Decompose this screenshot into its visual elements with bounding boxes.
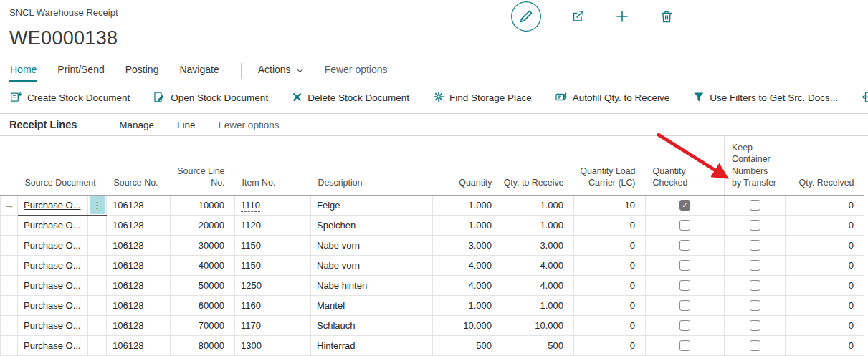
row-selector-cell[interactable] bbox=[1, 315, 18, 335]
source-line-no-cell[interactable]: 70000 bbox=[171, 315, 235, 335]
tab-navigate[interactable]: Navigate bbox=[178, 64, 219, 82]
keep-container-cell[interactable] bbox=[725, 215, 786, 235]
source-document-cell[interactable]: Purchase O... bbox=[18, 315, 88, 335]
table-row[interactable]: Purchase O...106128700001170Schlauch10.0… bbox=[1, 315, 864, 335]
quantity-checked-cell[interactable] bbox=[646, 255, 725, 275]
source-document-link[interactable]: Purchase O... bbox=[24, 320, 80, 331]
source-line-no-cell[interactable]: 50000 bbox=[171, 275, 235, 295]
item-no-cell[interactable]: 1160 bbox=[235, 295, 311, 315]
open-stock-document-button[interactable]: Open Stock Document bbox=[153, 91, 268, 105]
description-cell[interactable]: Nabe vorn bbox=[311, 255, 433, 275]
keep-container-cell[interactable] bbox=[725, 235, 786, 255]
qty-load-carrier-cell[interactable]: 0 bbox=[574, 295, 646, 315]
source-no-cell[interactable]: 106128 bbox=[107, 215, 171, 235]
qty-to-receive-cell[interactable]: 1.000 bbox=[502, 295, 574, 315]
lines-fewer-options[interactable]: Fewer options bbox=[219, 120, 280, 130]
quantity-checked-checkbox[interactable] bbox=[679, 240, 690, 251]
row-selector-cell[interactable] bbox=[1, 335, 18, 355]
col-keep-container-numbers[interactable]: Keep Container Numbers by Transfer bbox=[725, 136, 786, 195]
qty-load-carrier-cell[interactable]: 0 bbox=[574, 275, 646, 295]
source-document-cell[interactable]: Purchase O... bbox=[18, 255, 88, 275]
source-document-cell[interactable]: Purchase O... bbox=[18, 335, 88, 355]
quantity-checked-checkbox[interactable] bbox=[679, 300, 690, 311]
item-no-cell[interactable]: 1170 bbox=[235, 315, 311, 335]
item-no-link[interactable]: 1150 bbox=[241, 240, 261, 251]
item-no-cell[interactable]: 1300 bbox=[235, 335, 311, 355]
col-description[interactable]: Description bbox=[311, 136, 433, 195]
row-selector-cell[interactable] bbox=[1, 215, 18, 235]
source-no-cell[interactable]: 106128 bbox=[107, 315, 171, 335]
item-no-link[interactable]: 1170 bbox=[241, 320, 261, 331]
use-filters-button[interactable]: Use Filters to Get Src. Docs... bbox=[693, 92, 838, 105]
col-source-document[interactable]: Source Document bbox=[18, 136, 107, 195]
keep-container-cell[interactable] bbox=[725, 315, 786, 335]
row-menu-cell[interactable] bbox=[88, 235, 107, 255]
source-document-cell[interactable]: Purchase O... bbox=[18, 275, 88, 295]
keep-container-cell[interactable] bbox=[725, 275, 786, 295]
source-line-no-cell[interactable]: 60000 bbox=[171, 295, 235, 315]
quantity-cell[interactable]: 1.000 bbox=[433, 295, 502, 315]
source-line-no-cell[interactable]: 20000 bbox=[171, 215, 235, 235]
item-no-link[interactable]: 1150 bbox=[241, 260, 261, 271]
qty-received-cell[interactable]: 0 bbox=[786, 295, 864, 315]
keep-container-cell[interactable] bbox=[725, 335, 786, 355]
table-row[interactable]: Purchase O...106128800001300Hinterrad500… bbox=[1, 335, 864, 355]
qty-received-cell[interactable]: 0 bbox=[786, 255, 864, 275]
quantity-cell[interactable]: 4.000 bbox=[433, 255, 502, 275]
autofill-qty-button[interactable]: Autofill Qty. to Receive bbox=[555, 91, 670, 105]
item-no-cell[interactable]: 1150 bbox=[235, 235, 311, 255]
table-row[interactable]: Purchase O...106128300001150Nabe vorn3.0… bbox=[1, 235, 864, 255]
quantity-cell[interactable]: 3.000 bbox=[433, 235, 502, 255]
col-qty-to-receive[interactable]: Qty. to Receive bbox=[502, 136, 574, 195]
qty-to-receive-cell[interactable]: 3.000 bbox=[502, 235, 574, 255]
lines-menu-manage[interactable]: Manage bbox=[119, 120, 154, 130]
keep-container-cell[interactable] bbox=[725, 295, 786, 315]
source-document-cell[interactable]: Purchase O... bbox=[18, 295, 88, 315]
source-document-cell[interactable]: Purchase O... bbox=[18, 195, 88, 215]
item-no-cell[interactable]: 1250 bbox=[235, 275, 311, 295]
keep-container-checkbox[interactable] bbox=[750, 300, 760, 311]
source-line-no-cell[interactable]: 30000 bbox=[171, 235, 235, 255]
keep-container-checkbox[interactable] bbox=[750, 200, 760, 211]
qty-load-carrier-cell[interactable]: 0 bbox=[574, 335, 646, 355]
keep-container-checkbox[interactable] bbox=[750, 260, 760, 271]
source-no-cell[interactable]: 106128 bbox=[107, 235, 171, 255]
tab-posting[interactable]: Posting bbox=[125, 64, 160, 82]
qty-load-carrier-cell[interactable]: 0 bbox=[574, 235, 646, 255]
row-menu-cell[interactable]: ⋮ bbox=[88, 195, 107, 215]
row-menu-cell[interactable] bbox=[88, 335, 107, 355]
tab-actions[interactable]: Actions bbox=[257, 64, 305, 82]
quantity-cell[interactable]: 500 bbox=[433, 335, 502, 355]
source-line-no-cell[interactable]: 40000 bbox=[171, 255, 235, 275]
table-row[interactable]: Purchase O...106128600001160Mantel1.0001… bbox=[1, 295, 864, 315]
quantity-checked-checkbox[interactable] bbox=[679, 340, 690, 351]
item-no-link[interactable]: 1250 bbox=[241, 280, 262, 291]
row-menu-cell[interactable] bbox=[88, 295, 107, 315]
source-no-cell[interactable]: 106128 bbox=[107, 255, 171, 275]
quantity-checked-checkbox[interactable] bbox=[679, 280, 690, 291]
qty-load-carrier-cell[interactable]: 10 bbox=[574, 195, 646, 215]
source-document-link[interactable]: Purchase O... bbox=[24, 240, 80, 251]
keep-container-cell[interactable] bbox=[725, 195, 786, 215]
col-source-line-no[interactable]: Source Line No. bbox=[171, 136, 235, 195]
quantity-checked-cell[interactable] bbox=[646, 275, 725, 295]
new-button[interactable] bbox=[614, 8, 631, 27]
source-document-link[interactable]: Purchase O... bbox=[24, 300, 80, 311]
keep-container-checkbox[interactable] bbox=[750, 340, 760, 351]
find-storage-place-button[interactable]: Find Storage Place bbox=[433, 91, 532, 105]
col-qty-received[interactable]: Qty. Received bbox=[786, 136, 864, 195]
source-no-cell[interactable]: 106128 bbox=[107, 335, 171, 355]
qty-received-cell[interactable]: 0 bbox=[786, 235, 864, 255]
row-menu-cell[interactable] bbox=[88, 275, 107, 295]
table-row[interactable]: Purchase O...106128500001250Nabe hinten4… bbox=[1, 275, 864, 295]
item-no-cell[interactable]: 1120 bbox=[235, 215, 311, 235]
row-menu-cell[interactable] bbox=[88, 215, 107, 235]
qty-received-cell[interactable]: 0 bbox=[786, 335, 864, 355]
col-quantity[interactable]: Quantity bbox=[433, 136, 502, 195]
quantity-cell[interactable]: 1.000 bbox=[433, 215, 502, 235]
quantity-cell[interactable]: 4.000 bbox=[433, 275, 502, 295]
item-no-link[interactable]: 1160 bbox=[241, 300, 261, 311]
qty-received-cell[interactable]: 0 bbox=[786, 215, 864, 235]
delete-stock-document-button[interactable]: Delete Stock Document bbox=[292, 92, 409, 105]
lines-menu-line[interactable]: Line bbox=[177, 120, 196, 130]
